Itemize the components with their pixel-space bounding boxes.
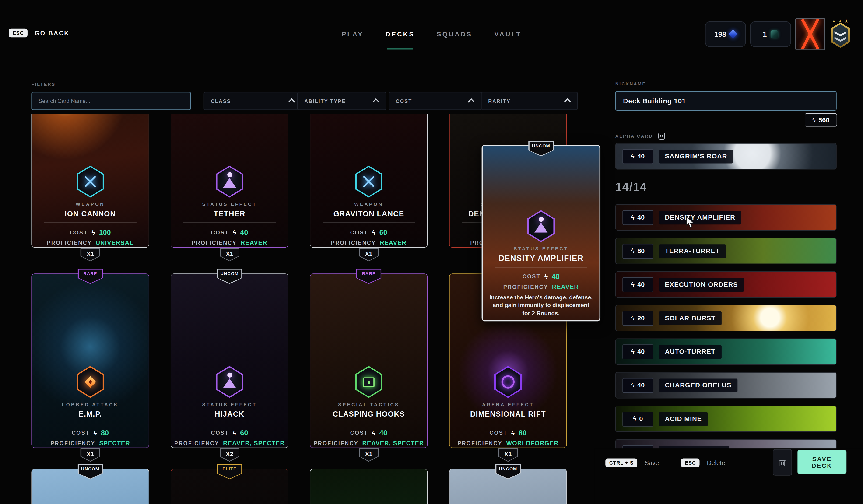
deck-actions-bar: CTRL + S Save ESC Delete SAVE DECK [595,449,863,504]
divider [323,423,415,423]
blue-gem-icon [728,29,738,39]
energy-bolt-icon: ϟ [233,429,236,437]
ability-type-filter-dropdown[interactable]: ABILITY TYPE [297,92,386,110]
save-deck-button[interactable]: SAVE DECK [798,450,847,474]
card-type-label: ARENA EFFECT [450,402,566,407]
deck-row-name: EXECUTION ORDERS [659,278,744,291]
deck-row-name: SANGRIM'S ROAR [659,149,733,163]
deck-card-row[interactable]: ϟ20 ARKTO'S GLARE [615,439,837,449]
collection-card[interactable]: UNCOM COSTϟ PROFICIENCY [31,469,149,504]
card-name: DENSITY AMPLIFIER [483,254,599,263]
card-art [171,274,288,447]
tab-play[interactable]: PLAY [342,30,364,38]
owned-count-tag: X1 [220,248,239,261]
deck-row-cost: ϟ40 [622,210,653,225]
energy-bolt-icon: ϟ [631,152,635,160]
deck-row-name: CHARGED OBELUS [659,378,737,392]
alpha-card-row[interactable]: ϟ40 SANGRIM'S ROAR [615,143,837,169]
card-art [310,469,427,504]
card-proficiency-row: PROFICIENCYREAVER, SPECTER [310,440,427,446]
divider [323,222,415,223]
active-tab-underline [387,49,413,50]
deck-card-row[interactable]: ϟ80 TERRA-TURRET [615,238,837,264]
card-name: TETHER [171,210,288,218]
energy-bolt-icon: ϟ [631,314,635,322]
deck-row-name: TERRA-TURRET [659,244,726,258]
deck-nickname-box [615,91,837,111]
main-nav-tabs: PLAY DECKS SQUADS VAULT [342,30,521,38]
card-type-label: WEAPON [32,201,149,207]
deck-card-row[interactable]: ϟ40 CHARGED OBELUS [615,372,837,398]
collection-card[interactable]: COSTϟ PROFICIENCY [310,469,428,504]
tab-squads[interactable]: SQUADS [437,30,472,38]
card-name: ION CANNON [32,210,149,218]
energy-bolt-icon: ϟ [372,229,375,236]
divider [495,267,587,268]
rank-badge-icon[interactable]: ★ ★ ★ [829,20,851,49]
delete-deck-button[interactable] [773,449,792,475]
divider [44,423,137,423]
energy-bolt-icon: ϟ [631,247,635,255]
gem-currency-chip[interactable]: 198 [705,22,746,47]
energy-bolt-icon: ϟ [93,429,97,437]
deck-row-cost: ϟ80 [622,243,653,259]
deck-row-name: ACID MINE [659,412,708,426]
collection-card[interactable]: RARE SPECIAL TACTICS CLASPING HOOKS COST… [310,274,428,448]
energy-bolt-icon: ϟ [631,214,635,221]
gem-count: 198 [714,30,726,38]
deck-builder-screen: ESC GO BACK PLAY DECKS SQUADS VAULT 198 … [0,0,863,504]
collection-card[interactable]: STATUS EFFECT TETHER COSTϟ40 PROFICIENCY… [171,114,288,248]
collection-card[interactable]: WEAPON ION CANNON COSTϟ100 PROFICIENCYUN… [31,114,149,248]
card-proficiency-row: PROFICIENCYSPECTER [32,440,149,446]
deck-card-row[interactable]: ϟ40 AUTO-TURRET [615,338,837,365]
card-proficiency-row: PROFICIENCYREAVER [171,239,288,246]
class-filter-dropdown[interactable]: CLASS [204,92,302,110]
deck-card-row[interactable]: ϟ40 EXECUTION ORDERS [615,272,837,298]
deck-nickname-input[interactable] [616,92,850,110]
chevron-up-icon [288,98,295,105]
card-name: HIJACK [171,410,288,418]
deck-row-cost: ϟ40 [622,378,653,393]
deck-card-count: 14/14 [615,180,647,194]
tab-decks[interactable]: DECKS [386,30,415,38]
energy-bolt-icon: ϟ [633,415,636,423]
collection-card[interactable]: WEAPON GRAVITON LANCE COSTϟ60 PROFICIENC… [310,114,428,248]
go-back-button[interactable]: ESC GO BACK [9,29,70,38]
card-cost-row: COSTϟ40 [310,429,427,437]
search-input[interactable] [32,92,204,110]
card-cost-row: COSTϟ60 [310,228,427,237]
delete-hint-label: Delete [707,459,725,466]
deck-row-name: DENSITY AMPLIFIER [659,211,741,224]
collection-card[interactable]: UNCOM STATUS EFFECT HIJACK COSTϟ60 PROFI… [171,274,288,448]
card-tooltip: UNCOM STATUS EFFECT DENSITY AMPLIFIER CO… [482,145,600,321]
energy-bolt-icon: ϟ [812,116,816,124]
tab-vault[interactable]: VAULT [494,30,521,38]
deck-card-list: ϟ40 DENSITY AMPLIFIER ϟ80 TERRA-TURRET ϟ… [615,204,837,449]
go-back-label: GO BACK [35,30,70,36]
owned-count-tag: X2 [220,448,239,462]
collection-card[interactable]: ELITE COSTϟ PROFICIENCY [171,469,288,504]
collection-card[interactable]: UNCOM COSTϟ PROFICIENCY [449,469,567,504]
owned-count-tag: X1 [359,248,379,261]
player-avatar[interactable] [795,18,825,50]
deck-row-cost: ϟ40 [622,149,653,164]
energy-bolt-icon: ϟ [372,429,375,437]
deck-card-row[interactable]: ϟ0 ACID MINE [615,405,837,432]
energy-bolt-icon: ϟ [631,348,635,356]
deck-row-cost: ϟ40 [622,277,653,292]
card-type-label: SPECIAL TACTICS [310,402,427,407]
card-name: CLASPING HOOKS [310,410,427,418]
deck-card-row[interactable]: ϟ40 DENSITY AMPLIFIER [615,204,837,230]
card-description: Increase the Hero's damage, defense, and… [488,293,594,317]
card-name: DIMENSIONAL RIFT [450,410,566,418]
orb-count: 1 [763,30,767,38]
card-cost-row: COSTϟ40 [171,228,288,237]
orb-currency-chip[interactable]: 1 [750,22,791,47]
card-cost-row: COSTϟ60 [171,429,288,437]
rarity-filter-dropdown[interactable]: RARITY [481,92,578,110]
collection-card[interactable]: RARE LOBBED ATTACK E.M.P. COSTϟ80 PROFIC… [31,274,149,448]
cost-filter-dropdown[interactable]: COST [389,92,482,110]
deck-card-row[interactable]: ϟ20 SOLAR BURST [615,305,837,331]
energy-bolt-icon: ϟ [544,273,548,280]
energy-bolt-icon: ϟ [91,229,95,236]
